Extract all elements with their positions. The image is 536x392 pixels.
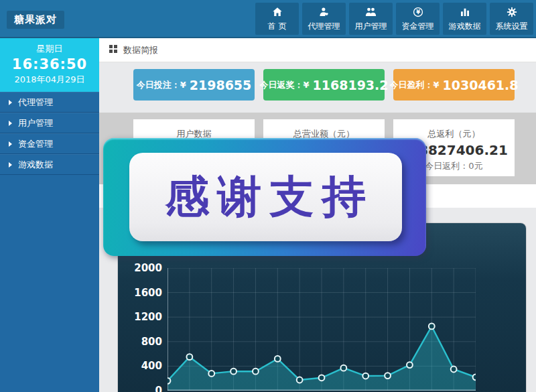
clock-time: 16:36:50	[0, 56, 99, 72]
home-icon	[271, 6, 283, 19]
sidebar: 星期日 16:36:50 2018年04月29日 代理管理用户管理资金管理游戏数…	[0, 38, 99, 392]
sidebar-item-funds[interactable]: 资金管理	[0, 133, 99, 154]
stat-card-label: 今日投注：¥	[137, 79, 186, 91]
breadcrumb-label: 数据简报	[123, 44, 158, 56]
stat-card-value: 1030461.8	[443, 78, 519, 92]
data-point-marker	[230, 369, 237, 375]
app-logo[interactable]: 糖果派对	[7, 11, 64, 29]
sidebar-item-label: 用户管理	[18, 117, 53, 129]
nav-settings[interactable]: 系统设置	[490, 3, 533, 35]
thanks-sticker-text: 感谢支持	[165, 167, 375, 227]
data-point-marker	[208, 371, 214, 377]
chevron-right-icon	[9, 121, 12, 126]
data-point-marker	[407, 362, 413, 368]
data-point-marker	[429, 324, 435, 330]
header: 糖果派对 首 页代理管理用户管理¥资金管理游戏数据系统设置	[0, 0, 536, 38]
barchart-icon	[459, 6, 471, 19]
data-point-marker	[385, 373, 391, 379]
gear-icon	[506, 6, 518, 19]
chevron-right-icon	[9, 141, 12, 147]
stat-card-today-payout: 今日返奖：¥1168193.2	[263, 69, 385, 101]
sidebar-item-users[interactable]: 用户管理	[0, 113, 99, 133]
chevron-right-icon	[9, 162, 12, 168]
data-point-marker	[253, 369, 259, 375]
grid-icon	[109, 45, 117, 55]
data-point-marker	[362, 373, 368, 379]
header-nav: 首 页代理管理用户管理¥资金管理游戏数据系统设置	[255, 3, 536, 35]
nav-agents[interactable]: 代理管理	[302, 3, 346, 35]
y-axis-tick-label: 2000	[118, 262, 162, 274]
nav-label: 用户管理	[355, 21, 387, 32]
stat-card-label: 今日盈利：¥	[389, 79, 439, 91]
sidebar-item-label: 代理管理	[18, 96, 53, 109]
sidebar-menu: 代理管理用户管理资金管理游戏数据	[0, 92, 99, 175]
data-point-marker	[340, 365, 346, 371]
data-point-marker	[451, 367, 457, 373]
stat-card-today-profit: 今日盈利：¥1030461.8	[393, 69, 515, 101]
stat-cards-row: 今日投注：¥2198655今日返奖：¥1168193.2今日盈利：¥103046…	[99, 62, 536, 113]
nav-home[interactable]: 首 页	[255, 3, 299, 35]
thanks-sticker-card: 感谢支持	[129, 153, 402, 241]
nav-users[interactable]: 用户管理	[349, 3, 393, 35]
nav-label: 代理管理	[308, 21, 340, 32]
sidebar-item-game-data[interactable]: 游戏数据	[0, 154, 99, 175]
svg-text:¥: ¥	[416, 9, 420, 15]
users-icon	[364, 6, 377, 19]
data-point-marker	[186, 354, 192, 360]
breadcrumb: 数据简报	[99, 38, 536, 62]
stat-card-value: 1168193.2	[313, 78, 389, 92]
data-point-marker	[275, 356, 281, 362]
data-point-marker	[168, 378, 170, 384]
thanks-sticker-overlay: 感谢支持	[103, 138, 426, 256]
data-point-marker	[297, 377, 303, 383]
clock-weekday: 星期日	[0, 43, 99, 55]
stat-card-label: 今日返奖：¥	[259, 79, 309, 91]
coin-icon: ¥	[412, 6, 424, 19]
y-axis-tick-label: 0	[118, 385, 162, 392]
stat-card-value: 2198655	[190, 78, 252, 92]
chevron-right-icon	[9, 100, 12, 105]
clock-date: 2018年04月29日	[0, 74, 99, 86]
nav-label: 首 页	[268, 21, 287, 32]
nav-label: 系统设置	[496, 21, 528, 32]
sidebar-clock: 星期日 16:36:50 2018年04月29日	[0, 38, 99, 92]
y-axis-tick-label: 400	[118, 360, 162, 372]
sidebar-item-agents[interactable]: 代理管理	[0, 92, 99, 113]
nav-label: 游戏数据	[449, 21, 481, 32]
area-chart	[168, 268, 476, 391]
sidebar-item-label: 游戏数据	[18, 159, 53, 171]
agent-icon	[318, 6, 330, 19]
data-point-marker	[319, 375, 325, 381]
y-axis-tick-label: 800	[118, 336, 162, 348]
y-axis-tick-label: 1200	[118, 311, 162, 323]
data-point-marker	[473, 374, 476, 380]
sidebar-item-label: 资金管理	[18, 138, 53, 150]
nav-funds[interactable]: ¥资金管理	[396, 3, 440, 35]
stat-card-today-bet: 今日投注：¥2198655	[133, 69, 255, 101]
y-axis-tick-label: 1600	[118, 287, 162, 299]
nav-game-data[interactable]: 游戏数据	[443, 3, 486, 35]
nav-label: 资金管理	[402, 21, 434, 32]
